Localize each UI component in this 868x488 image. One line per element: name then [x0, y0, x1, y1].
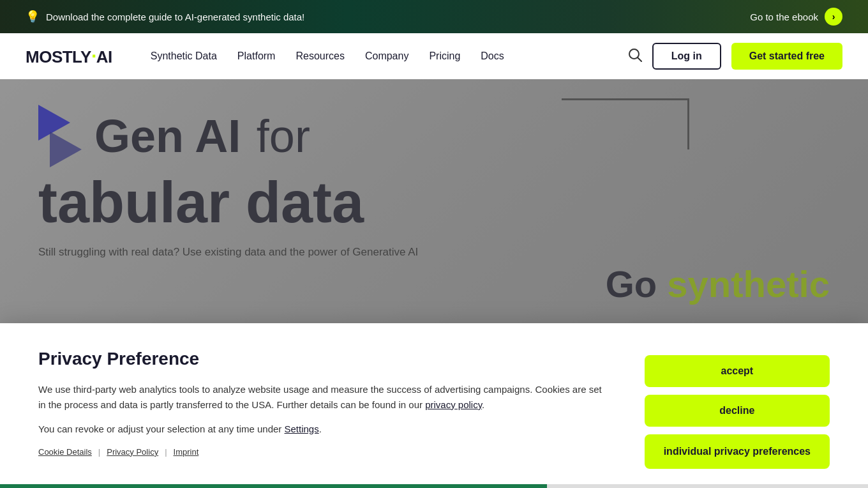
privacy-buttons: accept decline individual privacy prefer…: [645, 349, 830, 469]
banner-left-text: Download the complete guide to AI-genera…: [46, 11, 304, 22]
get-started-button[interactable]: Get started free: [731, 43, 842, 70]
settings-link[interactable]: Settings: [285, 423, 319, 434]
nav-pricing[interactable]: Pricing: [429, 50, 460, 62]
bottom-progress-bar: [0, 484, 868, 488]
privacy-body-text-2: You can revoke or adjust your selection …: [38, 423, 281, 434]
logo[interactable]: MOSTLY·AI: [26, 45, 112, 67]
privacy-policy-link[interactable]: privacy policy: [425, 399, 482, 410]
privacy-body-end-2: .: [319, 423, 322, 434]
nav-company[interactable]: Company: [365, 50, 408, 62]
nav-actions: Log in Get started free: [628, 43, 842, 70]
privacy-body-text-1: We use third-party web analytics tools t…: [38, 384, 602, 410]
privacy-text-section: Privacy Preference We use third-party we…: [38, 349, 606, 457]
nav-platform[interactable]: Platform: [237, 50, 276, 62]
accept-button[interactable]: accept: [645, 355, 830, 387]
privacy-policy-footer-link[interactable]: Privacy Policy: [107, 447, 158, 457]
nav-resources[interactable]: Resources: [296, 50, 344, 62]
separator-1: |: [98, 447, 100, 457]
decline-button[interactable]: decline: [645, 395, 830, 427]
search-icon[interactable]: [628, 48, 642, 65]
progress-indicator: [0, 484, 547, 488]
navbar: MOSTLY·AI Synthetic Data Platform Resour…: [0, 33, 868, 79]
login-button[interactable]: Log in: [652, 43, 721, 70]
nav-synthetic-data[interactable]: Synthetic Data: [151, 50, 217, 62]
privacy-body-end-1: .: [482, 399, 484, 410]
privacy-footer-links: Cookie Details | Privacy Policy | Imprin…: [38, 447, 606, 457]
banner-left: 💡 Download the complete guide to AI-gene…: [26, 10, 304, 24]
imprint-link[interactable]: Imprint: [174, 447, 199, 457]
separator-2: |: [165, 447, 167, 457]
bulb-icon: 💡: [26, 10, 40, 24]
banner-arrow-icon: ›: [825, 8, 842, 26]
privacy-body-1: We use third-party web analytics tools t…: [38, 382, 606, 413]
privacy-modal: Privacy Preference We use third-party we…: [0, 323, 868, 488]
cookie-details-link[interactable]: Cookie Details: [38, 447, 92, 457]
svg-point-0: [629, 49, 639, 59]
nav-docs[interactable]: Docs: [481, 50, 504, 62]
svg-line-1: [638, 57, 641, 61]
banner-cta[interactable]: Go to the ebook ›: [750, 8, 842, 26]
individual-privacy-button[interactable]: individual privacy preferences: [645, 434, 830, 469]
privacy-title: Privacy Preference: [38, 349, 606, 369]
privacy-body-2: You can revoke or adjust your selection …: [38, 422, 606, 437]
banner-right-text: Go to the ebook: [750, 11, 818, 22]
top-banner: 💡 Download the complete guide to AI-gene…: [0, 0, 868, 33]
nav-links: Synthetic Data Platform Resources Compan…: [151, 50, 602, 62]
logo-text: MOSTLY·AI: [26, 45, 112, 67]
